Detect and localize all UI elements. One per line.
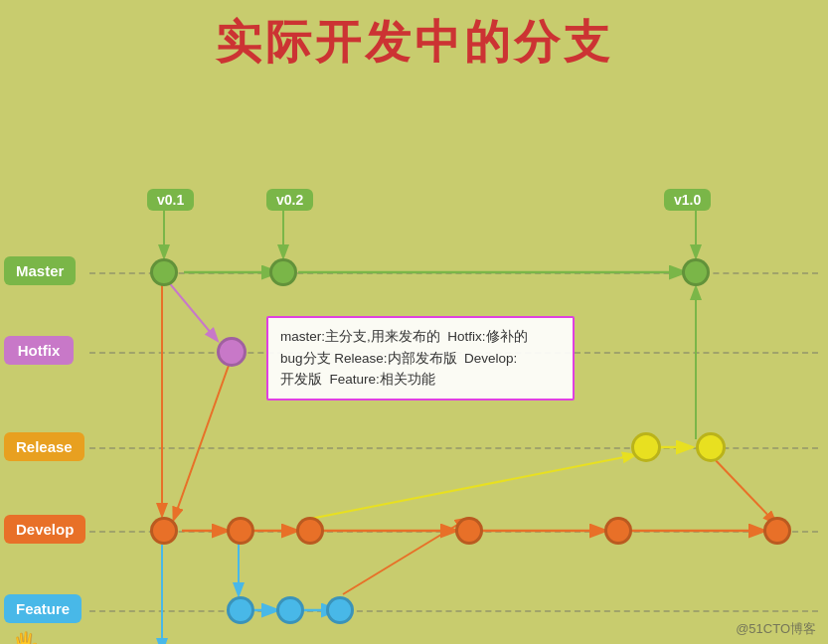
info-box: master:主分支,用来发布的 Hotfix:修补的bug分支 Release… [266, 316, 575, 401]
page-title: 实际开发中的分支 [0, 0, 828, 81]
develop-node-4 [455, 517, 483, 545]
master-node-2 [269, 258, 297, 286]
watermark: @51CTO博客 [736, 620, 816, 638]
branch-label-feature1: Feature [4, 594, 82, 623]
develop-node-2 [227, 517, 254, 545]
branch-label-develop: Develop [4, 515, 85, 544]
release-node-1 [631, 432, 661, 462]
develop-line [89, 531, 818, 533]
version-v02: v0.2 [266, 189, 313, 211]
svg-line-5 [167, 280, 217, 340]
develop-node-5 [604, 517, 632, 545]
branch-label-release: Release [4, 432, 84, 461]
develop-node-6 [763, 517, 791, 545]
svg-line-13 [310, 455, 634, 519]
branch-label-hotfix: Hotfix [4, 336, 74, 365]
master-node-3 [682, 258, 710, 286]
develop-node-1 [150, 517, 178, 545]
info-box-text: master:主分支,用来发布的 Hotfix:修补的bug分支 Release… [280, 329, 528, 387]
feature1-node-1 [227, 596, 254, 624]
diagram-area: Master Hotfix Release Develop Feature Fe… [0, 89, 828, 644]
branch-label-master: Master [4, 256, 76, 285]
master-node-1 [150, 258, 178, 286]
svg-line-6 [174, 360, 231, 519]
release-node-2 [696, 432, 726, 462]
hand-icon: 🖐 [12, 631, 39, 644]
version-v01: v0.1 [147, 189, 194, 211]
feature1-node-2 [276, 596, 304, 624]
develop-node-3 [296, 517, 324, 545]
svg-line-16 [711, 455, 775, 523]
feature1-line [89, 610, 818, 612]
hotfix-node-1 [217, 337, 247, 367]
feature1-node-3 [326, 596, 354, 624]
version-v10: v1.0 [664, 189, 711, 211]
